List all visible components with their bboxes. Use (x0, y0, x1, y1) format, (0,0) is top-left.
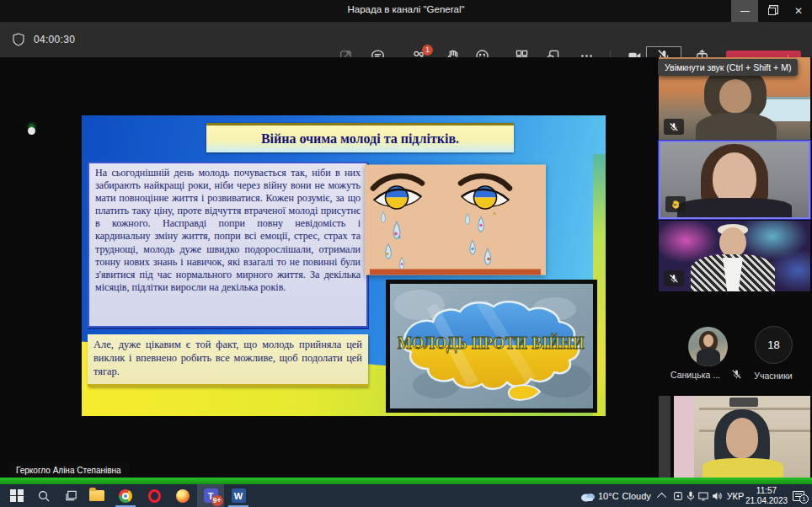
cloud-icon (580, 490, 596, 502)
map-caption: МОЛОДЬ ПРОТИ ВІЙНИ (398, 334, 585, 353)
mic-icon (685, 490, 697, 502)
display-icon (697, 490, 709, 502)
tray-mic-button[interactable] (685, 484, 697, 507)
slide-paragraph-1: На сьогоднішній день молодь почувається … (88, 162, 368, 328)
restore-icon (768, 8, 776, 15)
tile2-face (713, 152, 756, 205)
start-icon (10, 489, 23, 502)
raised-hand-icon (665, 196, 686, 212)
tray-app-button[interactable] (671, 484, 685, 507)
action-center-button[interactable]: 1 (788, 484, 809, 507)
overflow-participants-count[interactable]: 18 (755, 326, 793, 364)
teams-taskbar-button[interactable]: T 9+ (197, 484, 224, 507)
opera-button[interactable] (142, 484, 167, 507)
tile4-face (726, 418, 758, 458)
tile4-shelf (699, 408, 810, 410)
tile3-face (719, 227, 746, 258)
file-explorer-button[interactable] (84, 484, 110, 507)
screen-share-border (0, 478, 812, 484)
slide-title: Війна очима молоді та підлітків. (206, 123, 514, 152)
tile4-router (729, 398, 758, 407)
restore-button[interactable] (758, 0, 785, 22)
avatar-face (703, 334, 713, 347)
minimize-button[interactable] (731, 0, 758, 22)
chrome-button[interactable] (113, 484, 138, 507)
clock-date: 21.04.2023 (745, 496, 788, 506)
mic-tooltip: Увімкнути звук (Ctrl + Shift + M) (658, 59, 798, 76)
speaker-icon (711, 490, 723, 502)
window-title: Нарада в каналі "General" (0, 4, 812, 14)
mic-off-icon (664, 119, 684, 135)
teams-icon: T 9+ (204, 488, 218, 503)
video-tile-edge (659, 396, 670, 478)
tile4-curtain (674, 396, 694, 478)
task-view-icon (65, 489, 77, 502)
weather-temp: 10°C (598, 491, 619, 501)
ukraine-map-artwork: МОЛОДЬ ПРОТИ ВІЙНИ (386, 280, 597, 413)
notification-icon: 1 (793, 491, 804, 501)
pointer-dot (28, 127, 35, 135)
start-button[interactable] (5, 484, 29, 507)
participants-count-label: Учасники (741, 371, 805, 381)
teams-badge: 9+ (211, 495, 223, 506)
tile4-shirt (702, 458, 783, 478)
language-label: УКР (727, 491, 745, 501)
weather-condition: Cloudy (622, 491, 651, 501)
video-tile-3[interactable] (659, 221, 810, 291)
opera-icon (148, 489, 161, 503)
participant-name: Саницька ... (670, 370, 733, 380)
firefox-button[interactable] (170, 484, 195, 507)
word-letter: W (234, 491, 243, 501)
meeting-toolbar: 04:00:30 Відкріпити Чат Користувачі 1 Пі… (0, 22, 812, 57)
notification-badge: 1 (799, 494, 809, 504)
folder-icon (89, 490, 104, 501)
tile1-shoulders (696, 113, 777, 140)
windows-taskbar: T 9+ W 10°C Cloudy (0, 484, 812, 507)
shared-screen-stage: Війна очима молоді та підлітків. На сьог… (0, 57, 659, 483)
tray-volume-button[interactable] (710, 484, 724, 507)
weather-icon-area[interactable] (578, 484, 598, 507)
chrome-icon (119, 489, 132, 503)
shield-icon (12, 33, 25, 46)
clock[interactable]: 11:57 21.04.2023 (748, 484, 785, 507)
word-icon: W (232, 488, 246, 503)
teams-meeting-window: Нарада в каналі "General" ✕ 04:00:30 Від… (0, 0, 812, 507)
taskbar-search-button[interactable] (32, 484, 56, 507)
meeting-timer: 04:00:30 (34, 34, 75, 45)
tray-network-button[interactable] (697, 484, 710, 507)
clock-time: 11:57 (745, 486, 788, 496)
language-indicator[interactable]: УКР (723, 484, 748, 507)
presenter-name-label: Геркогло Аліна Степанівна (8, 462, 129, 478)
task-view-button[interactable] (59, 484, 83, 507)
video-tile-4[interactable] (674, 396, 810, 478)
tile1-face (719, 79, 751, 113)
minimize-icon (740, 11, 750, 12)
crying-eyes-artwork (365, 164, 546, 275)
slide-paragraph-2: Але, дуже цікавим є той факт, що молодь … (88, 334, 368, 387)
mic-off-icon (664, 270, 684, 286)
tray-expand-button[interactable] (656, 484, 670, 507)
video-tile-2-active-speaker[interactable] (659, 141, 810, 219)
device-icon (672, 490, 684, 502)
tile2-shoulders (677, 198, 792, 219)
word-button[interactable]: W (226, 484, 251, 507)
participant-avatar[interactable] (688, 327, 728, 366)
firefox-icon (176, 489, 190, 503)
search-icon (37, 489, 51, 503)
title-bar: Нарада в каналі "General" ✕ (0, 0, 812, 22)
presentation-slide: Війна очима молоді та підлітків. На сьог… (82, 115, 606, 416)
weather-widget[interactable]: 10°C Cloudy (598, 484, 649, 507)
avatar-body (697, 349, 720, 366)
chevron-up-icon (657, 492, 666, 501)
close-button[interactable]: ✕ (785, 0, 812, 22)
